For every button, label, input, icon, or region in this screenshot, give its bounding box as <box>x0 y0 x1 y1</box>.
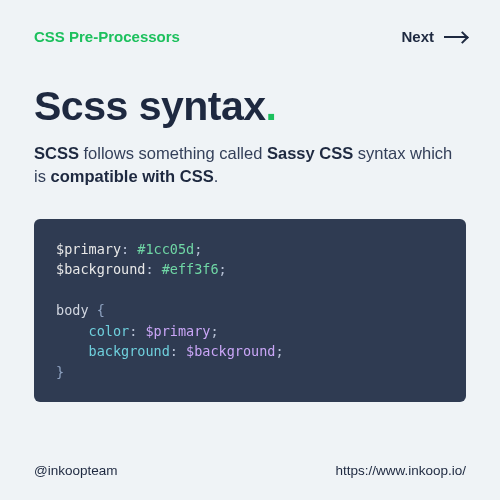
code-varref: $primary <box>145 323 210 339</box>
code-punct: ; <box>194 241 202 257</box>
desc-bold-3: compatible with CSS <box>51 167 214 185</box>
code-punct: : <box>121 241 137 257</box>
code-varref: $background <box>186 343 275 359</box>
page-title: Scss syntax. <box>34 83 466 130</box>
code-selector: body <box>56 302 97 318</box>
code-brace: } <box>56 364 64 380</box>
next-label: Next <box>401 28 434 45</box>
header-bar: CSS Pre-Processors Next <box>34 28 466 45</box>
code-block: $primary: #1cc05d; $background: #eff3f6;… <box>34 219 466 403</box>
code-var: $primary <box>56 241 121 257</box>
code-punct: ; <box>210 323 218 339</box>
title-dot: . <box>266 83 277 129</box>
footer-handle: @inkoopteam <box>34 463 118 478</box>
desc-bold-2: Sassy CSS <box>267 144 353 162</box>
code-punct: ; <box>275 343 283 359</box>
code-punct: ; <box>219 261 227 277</box>
description: SCSS follows something called Sassy CSS … <box>34 142 466 189</box>
code-indent <box>56 323 89 339</box>
code-hex: #eff3f6 <box>162 261 219 277</box>
arrow-right-icon <box>444 36 466 38</box>
footer-url: https://www.inkoop.io/ <box>335 463 466 478</box>
code-punct: : <box>129 323 145 339</box>
code-prop: color <box>89 323 130 339</box>
desc-text-1: follows something called <box>79 144 267 162</box>
code-indent <box>56 343 89 359</box>
code-prop: background <box>89 343 170 359</box>
desc-bold-1: SCSS <box>34 144 79 162</box>
code-hex: #1cc05d <box>137 241 194 257</box>
next-button[interactable]: Next <box>401 28 466 45</box>
code-punct: : <box>145 261 161 277</box>
topic-label: CSS Pre-Processors <box>34 28 180 45</box>
code-punct: : <box>170 343 186 359</box>
code-brace: { <box>97 302 105 318</box>
desc-text-3: . <box>214 167 219 185</box>
code-var: $background <box>56 261 145 277</box>
footer: @inkoopteam https://www.inkoop.io/ <box>34 445 466 478</box>
title-text: Scss syntax <box>34 83 266 129</box>
